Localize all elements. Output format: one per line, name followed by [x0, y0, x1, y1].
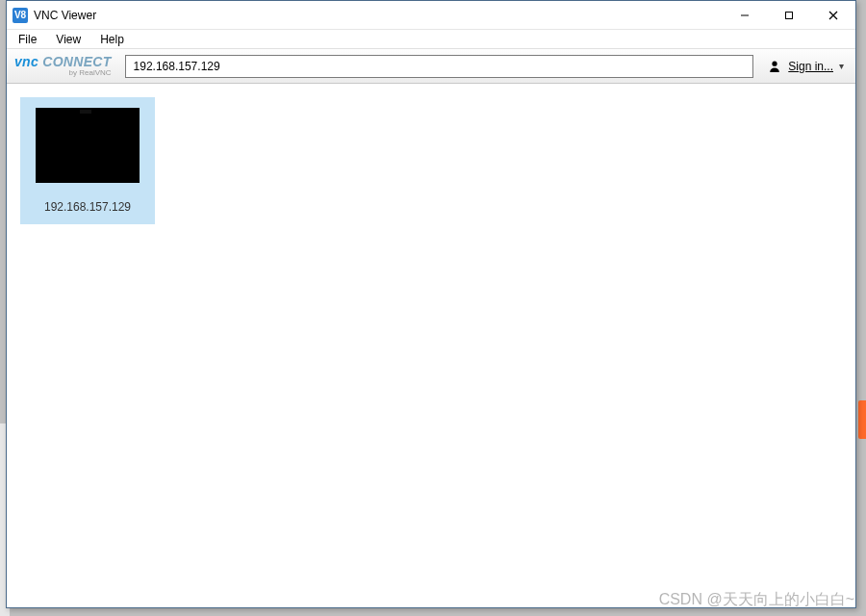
- chevron-down-icon: ▾: [839, 61, 844, 71]
- person-icon: [767, 59, 782, 74]
- brand-vnc: vnc: [14, 54, 38, 69]
- signin-label: Sign in...: [788, 60, 833, 73]
- app-window: V8 VNC Viewer File View Help vnc CONNECT…: [6, 0, 856, 608]
- menubar: File View Help: [7, 30, 855, 49]
- svg-rect-1: [786, 12, 793, 18]
- window-title: VNC Viewer: [34, 9, 723, 22]
- brand-sub: by RealVNC: [14, 69, 112, 77]
- close-button[interactable]: [811, 1, 855, 29]
- signin-button[interactable]: Sign in... ▾: [763, 57, 848, 76]
- svg-point-4: [773, 61, 777, 65]
- brand-logo: vnc CONNECT by RealVNC: [14, 55, 115, 77]
- window-controls: [723, 1, 855, 29]
- address-input[interactable]: [125, 55, 754, 78]
- menu-help[interactable]: Help: [96, 31, 128, 48]
- background-accent: [858, 400, 866, 439]
- menu-file[interactable]: File: [14, 31, 40, 48]
- titlebar: V8 VNC Viewer: [7, 1, 855, 30]
- connection-preview: [36, 108, 140, 183]
- connection-label: 192.168.157.129: [44, 200, 131, 214]
- minimize-button[interactable]: [723, 1, 767, 29]
- connections-area: 192.168.157.129: [7, 84, 855, 607]
- connection-thumbnail[interactable]: 192.168.157.129: [20, 97, 155, 224]
- app-icon: V8: [13, 8, 28, 23]
- maximize-button[interactable]: [767, 1, 811, 29]
- brand-connect: CONNECT: [42, 54, 111, 69]
- toolbar: vnc CONNECT by RealVNC Sign in... ▾: [7, 49, 855, 84]
- menu-view[interactable]: View: [52, 31, 85, 48]
- brand-logo-top: vnc CONNECT: [14, 55, 112, 68]
